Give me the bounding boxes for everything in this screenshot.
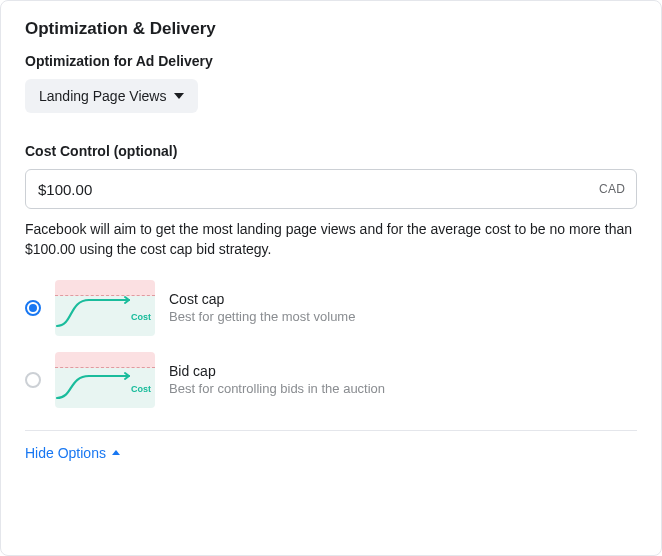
thumb-cost-label: Cost [131,312,151,322]
strategy-cost-cap[interactable]: Cost Cost cap Best for getting the most … [25,278,637,338]
strategy-desc-bid-cap: Best for controlling bids in the auction [169,381,385,396]
caret-up-icon [112,450,120,455]
thumbnail-cost-cap: Cost [55,280,155,336]
cost-control-label: Cost Control (optional) [25,143,637,159]
strategy-bid-cap[interactable]: Cost Bid cap Best for controlling bids i… [25,350,637,410]
optimization-selected-value: Landing Page Views [39,88,166,104]
caret-down-icon [174,93,184,99]
optimization-dropdown[interactable]: Landing Page Views [25,79,198,113]
strategy-title-cost-cap: Cost cap [169,291,355,307]
hide-options-link[interactable]: Hide Options [25,445,120,461]
radio-bid-cap[interactable] [25,372,41,388]
divider [25,430,637,431]
optimization-label: Optimization for Ad Delivery [25,53,637,69]
cost-control-input-wrap: CAD [25,169,637,209]
currency-label: CAD [599,182,625,196]
radio-cost-cap[interactable] [25,300,41,316]
strategy-title-bid-cap: Bid cap [169,363,385,379]
strategy-desc-cost-cap: Best for getting the most volume [169,309,355,324]
strategy-text-cost-cap: Cost cap Best for getting the most volum… [169,291,355,324]
section-title: Optimization & Delivery [25,19,637,39]
thumb-cost-label: Cost [131,384,151,394]
hide-options-label: Hide Options [25,445,106,461]
optimization-delivery-card: Optimization & Delivery Optimization for… [0,0,662,556]
thumbnail-bid-cap: Cost [55,352,155,408]
cost-control-input[interactable] [25,169,637,209]
cost-control-help-text: Facebook will aim to get the most landin… [25,219,637,260]
strategy-text-bid-cap: Bid cap Best for controlling bids in the… [169,363,385,396]
